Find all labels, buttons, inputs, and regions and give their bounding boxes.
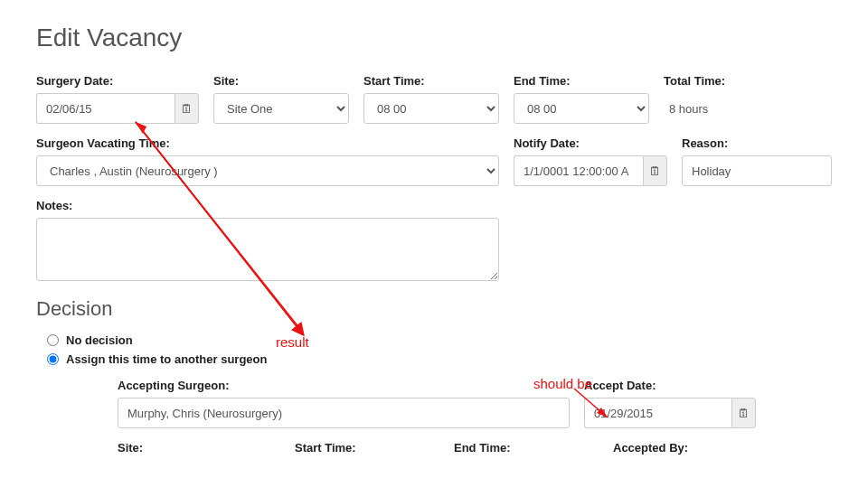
- notes-textarea[interactable]: [36, 218, 499, 281]
- accept-date-input[interactable]: [584, 398, 731, 428]
- decision-no-label: No decision: [66, 333, 133, 347]
- decision-no-radio[interactable]: [47, 334, 59, 346]
- reason-input[interactable]: [682, 155, 832, 186]
- decision-assign-label: Assign this time to another surgeon: [66, 352, 267, 366]
- total-time-value: 8 hours: [664, 93, 790, 124]
- row-surgeon: Surgeon Vacating Time: Charles , Austin …: [36, 136, 832, 186]
- notify-date-label: Notify Date:: [514, 136, 667, 150]
- sub-accepted-by-label: Accepted By:: [613, 441, 832, 455]
- reason-label: Reason:: [682, 136, 832, 150]
- decision-assign-radio[interactable]: [47, 353, 59, 365]
- decision-assign-row[interactable]: Assign this time to another surgeon: [47, 352, 832, 366]
- sub-start-label: Start Time:: [295, 441, 439, 455]
- start-time-select[interactable]: 08 00: [363, 93, 499, 124]
- surgery-date-input[interactable]: [36, 93, 175, 124]
- accept-date-label: Accept Date:: [584, 379, 756, 392]
- start-time-label: Start Time:: [363, 74, 499, 88]
- decision-no-row[interactable]: No decision: [47, 333, 832, 347]
- end-time-label: End Time:: [514, 74, 649, 88]
- accepting-surgeon-label: Accepting Surgeon:: [118, 379, 570, 392]
- surgeon-vacating-select[interactable]: Charles , Austin (Neurosurgery ): [36, 155, 499, 186]
- accepting-surgeon-input[interactable]: [118, 398, 570, 428]
- total-time-label: Total Time:: [664, 74, 790, 88]
- row-notes: Notes:: [36, 199, 832, 281]
- notify-date-input[interactable]: [514, 155, 643, 186]
- row-surgery-date: Surgery Date: 🗓 Site: Site One Start Tim…: [36, 74, 832, 124]
- site-label: Site:: [213, 74, 349, 88]
- site-select[interactable]: Site One: [213, 93, 349, 124]
- page-title: Edit Vacancy: [36, 23, 832, 52]
- surgeon-vacating-label: Surgeon Vacating Time:: [36, 136, 499, 150]
- calendar-icon[interactable]: 🗓: [175, 93, 199, 124]
- calendar-icon[interactable]: 🗓: [643, 155, 667, 186]
- decision-heading: Decision: [36, 297, 832, 321]
- sub-site-label: Site:: [118, 441, 280, 455]
- sub-end-label: End Time:: [454, 441, 599, 455]
- surgery-date-label: Surgery Date:: [36, 74, 199, 88]
- row-sub-labels: Site: Start Time: End Time: Accepted By:: [118, 441, 832, 460]
- row-accepting: Accepting Surgeon: Accept Date: 🗓: [118, 379, 832, 428]
- calendar-icon[interactable]: 🗓: [731, 398, 756, 428]
- notes-label: Notes:: [36, 199, 499, 212]
- end-time-select[interactable]: 08 00: [514, 93, 649, 124]
